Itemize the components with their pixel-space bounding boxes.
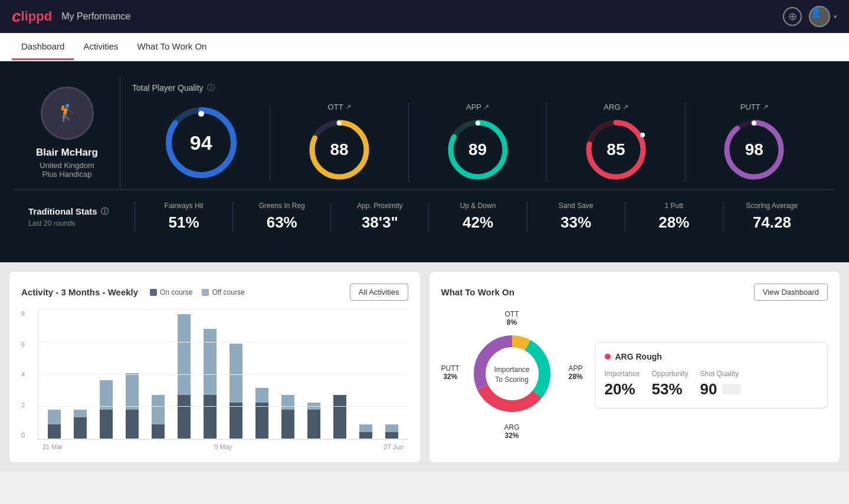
- off-course-bar: [100, 380, 113, 410]
- off-course-bar: [204, 329, 217, 396]
- app-donut-label: APP28%: [568, 364, 582, 381]
- on-course-bar: [48, 424, 61, 439]
- bar-group: [121, 373, 143, 440]
- x-label: 9 May: [214, 443, 232, 450]
- stat-name: Fairways Hit: [165, 202, 204, 210]
- stat-name: 1 Putt: [665, 202, 683, 210]
- arg-ring: 85: [584, 117, 648, 182]
- on-course-bar: [255, 403, 268, 440]
- shot-quality-metric: Shot Quality 90: [700, 370, 741, 398]
- player-name: Blair McHarg: [36, 147, 98, 159]
- arrow-icon: ↗: [484, 103, 489, 111]
- red-dot-icon: [605, 354, 611, 360]
- stats-label: Traditional Stats ⓘ Last 20 rounds: [28, 206, 123, 228]
- donut-center-text: ImportanceTo Scoring: [494, 365, 529, 385]
- putt-label: PUTT ↗: [740, 103, 768, 111]
- detail-card-title: ARG Rough: [605, 352, 818, 361]
- on-course-bar: [307, 410, 320, 439]
- work-panel-header: What To Work On View Dashboard: [441, 284, 828, 301]
- svg-point-14: [752, 121, 756, 126]
- quality-title: Total Player Quality: [132, 83, 204, 93]
- off-course-bar: [281, 395, 294, 410]
- putt-ring: 98: [722, 117, 786, 182]
- avatar-button[interactable]: 👤 ▾: [809, 6, 837, 27]
- grid-line: [38, 342, 408, 342]
- opportunity-metric: Opportunity 53%: [652, 370, 689, 398]
- x-label: 21 Mar: [42, 443, 63, 450]
- off-course-bar: [385, 424, 398, 432]
- bar-group: [225, 344, 247, 440]
- stat-value: 28%: [658, 213, 689, 232]
- all-activities-button[interactable]: All Activities: [350, 284, 408, 301]
- info-icon[interactable]: ⓘ: [207, 83, 215, 93]
- quality-badge: [722, 384, 741, 394]
- view-dashboard-button[interactable]: View Dashboard: [754, 284, 828, 301]
- y-label: 2: [21, 401, 25, 409]
- app-header: clippd My Performance ⊕ 👤 ▾: [0, 0, 849, 33]
- stat-value: 74.28: [753, 213, 791, 232]
- detail-metrics: Importance 20% Opportunity 53% Shot Qual…: [605, 370, 818, 398]
- y-label: 0: [21, 431, 25, 439]
- tab-what-to-work-on[interactable]: What To Work On: [128, 34, 217, 60]
- stats-subtitle: Last 20 rounds: [28, 219, 123, 228]
- bottom-row: Activity - 3 Months - Weekly On course O…: [0, 262, 849, 472]
- app-value: 89: [468, 140, 487, 159]
- activity-legend: On course Off course: [150, 288, 245, 297]
- quality-label: Total Player Quality ⓘ: [132, 83, 823, 93]
- logo[interactable]: clippd: [12, 7, 52, 26]
- on-course-bar: [152, 424, 165, 439]
- player-handicap: Plus Handicap: [42, 170, 92, 179]
- bar-group: [303, 403, 325, 440]
- traditional-stats: Traditional Stats ⓘ Last 20 rounds Fairw…: [14, 189, 835, 243]
- off-course-bar: [48, 410, 61, 424]
- bar-group: [355, 424, 377, 439]
- stat-sand-save: Sand Save 33%: [527, 202, 625, 232]
- bar-group: [329, 395, 351, 439]
- chevron-down-icon: ▾: [834, 13, 837, 21]
- on-course-bar: [74, 417, 87, 440]
- on-course-bar: [230, 403, 242, 440]
- main-score-value: 94: [190, 131, 212, 154]
- off-course-dot: [202, 289, 209, 296]
- metric-name: Shot Quality: [700, 370, 741, 378]
- bar-group: [95, 380, 117, 439]
- stat-name: Up & Down: [460, 202, 496, 210]
- info-icon[interactable]: ⓘ: [101, 206, 109, 217]
- app-ring: 89: [445, 117, 510, 182]
- main-quality-score: 94: [132, 104, 270, 181]
- activity-panel-header: Activity - 3 Months - Weekly On course O…: [21, 284, 408, 301]
- putt-value: 98: [745, 140, 763, 159]
- svg-point-8: [476, 121, 480, 126]
- ott-label: OTT ↗: [328, 103, 351, 111]
- ott-score: OTT ↗ 88: [270, 103, 408, 182]
- svg-point-5: [337, 121, 342, 126]
- main-ring: 94: [163, 104, 240, 181]
- on-course-bar: [126, 410, 139, 439]
- tab-activities[interactable]: Activities: [74, 34, 127, 60]
- y-label: 6: [21, 341, 25, 348]
- metric-value: 20%: [605, 380, 640, 398]
- y-label: 8: [21, 310, 25, 317]
- arg-value: 85: [607, 140, 625, 159]
- stat-up-and-down: Up & Down 42%: [428, 202, 526, 232]
- logo-text: lippd: [21, 9, 53, 24]
- metric-value: 90: [700, 380, 717, 398]
- tab-dashboard[interactable]: Dashboard: [12, 34, 74, 60]
- stat-name: App. Proximity: [357, 202, 402, 210]
- quality-circles: 94 OTT ↗ 88: [132, 103, 823, 182]
- on-course-bar: [385, 432, 398, 440]
- grid-line: [38, 439, 408, 439]
- header-title: My Performance: [61, 11, 130, 22]
- off-course-bar: [126, 373, 139, 410]
- ott-donut-label: OTT8%: [505, 310, 519, 327]
- activity-title: Activity - 3 Months - Weekly: [21, 287, 138, 297]
- off-course-bar: [74, 410, 87, 417]
- stat-value: 38'3": [362, 213, 398, 232]
- on-course-bar: [178, 395, 191, 439]
- stat-name: Sand Save: [559, 202, 594, 210]
- on-course-dot: [150, 289, 157, 296]
- stat-value: 63%: [267, 213, 297, 232]
- avatar: 👤: [809, 6, 830, 27]
- add-button[interactable]: ⊕: [783, 7, 802, 26]
- stat-value: 33%: [560, 213, 591, 232]
